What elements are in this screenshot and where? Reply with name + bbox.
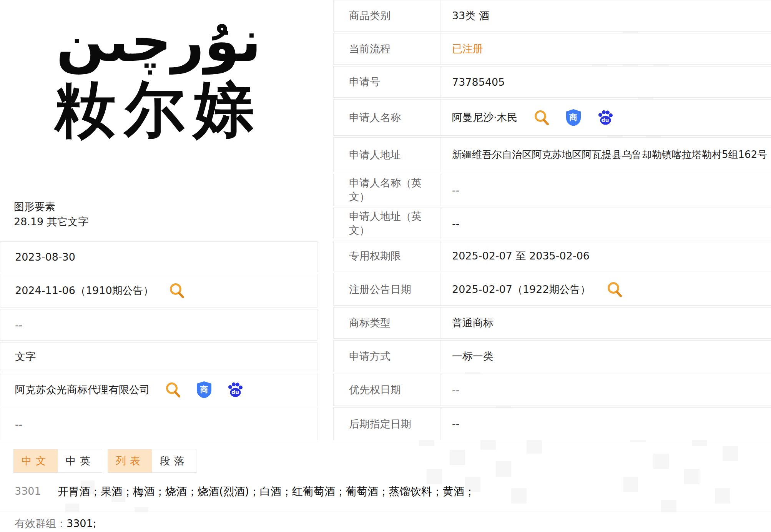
field-value: 2025-02-07 至 2035-02-06: [452, 249, 590, 263]
divider: [0, 509, 771, 509]
trademark-shield-icon[interactable]: 商: [196, 381, 212, 399]
left-info-row: 2023-08-30: [0, 241, 317, 272]
row-goods-class: 商品类别 33类 酒: [333, 0, 771, 32]
field-label: 商品类别: [334, 0, 440, 31]
trademark-chinese-text: 籹尔媇: [0, 76, 317, 143]
valid-groups-row: 有效群组： 3301;: [0, 512, 771, 532]
language-tab-group: 中文 中英: [13, 449, 102, 473]
field-label: 注册公告日期: [334, 273, 440, 305]
row-trademark-type: 商标类型 普通商标: [333, 307, 771, 339]
row-applicant-name: 申请人名称 阿曼尼沙·木民 商 du: [333, 99, 771, 136]
field-label: 优先权日期: [334, 374, 440, 406]
left-row-value: 2024-11-06（1910期公告）: [15, 284, 154, 298]
tab-chinese-english[interactable]: 中英: [58, 449, 102, 472]
row-priority-date: 优先权日期 --: [333, 374, 771, 406]
left-row-value: 文字: [15, 350, 36, 364]
left-info-row: 文字: [0, 342, 317, 371]
figure-elements-value: 28.19 其它文字: [14, 214, 88, 229]
goods-items-list: 开胃酒；果酒；梅酒；烧酒；烧酒(烈酒)；白酒；红葡萄酒；葡萄酒；蒸馏饮料；黄酒；: [58, 484, 749, 499]
status-badge: 已注册: [452, 42, 483, 56]
search-icon[interactable]: [168, 282, 185, 299]
field-value: 73785405: [452, 76, 505, 88]
left-row-value: 2023-08-30: [15, 251, 75, 263]
row-exclusive-right-period: 专用权期限 2025-02-07 至 2035-02-06: [333, 241, 771, 271]
display-tab-group: 列表 段落: [108, 449, 196, 473]
field-label: 申请人地址: [334, 138, 440, 172]
search-icon[interactable]: [533, 109, 550, 126]
field-label: 专用权期限: [334, 241, 440, 271]
field-value: --: [452, 218, 460, 229]
row-later-designation-date: 后期指定日期 --: [333, 407, 771, 440]
goods-group-code: 3301: [15, 485, 41, 497]
row-applicant-address: 申请人地址 新疆维吾尔自治区阿克苏地区阿瓦提县乌鲁却勒镇喀拉塔勒村5组162号: [333, 137, 771, 172]
row-registration-announcement-date: 注册公告日期 2025-02-07（1922期公告）: [333, 273, 771, 306]
tab-chinese[interactable]: 中文: [14, 449, 58, 472]
left-info-row: 阿克苏众光商标代理有限公司 商 du: [0, 373, 317, 406]
row-application-mode: 申请方式 一标一类: [333, 340, 771, 372]
field-value: --: [452, 184, 460, 196]
field-label: 申请人地址（英文）: [334, 208, 440, 239]
search-icon[interactable]: [165, 381, 181, 398]
figure-elements-title: 图形要素: [14, 199, 88, 214]
shield-glyph: 商: [565, 112, 582, 123]
field-label: 申请人名称（英文）: [334, 174, 440, 206]
field-value: --: [452, 418, 460, 430]
search-icon[interactable]: [606, 281, 623, 298]
left-info-row: --: [0, 408, 317, 440]
shield-glyph: 商: [196, 384, 212, 395]
row-current-status: 当前流程 已注册: [333, 33, 771, 65]
trademark-arabic-text: نۇرچىن: [0, 8, 317, 74]
left-row-value: 阿克苏众光商标代理有限公司: [15, 383, 150, 397]
left-row-value: --: [15, 418, 23, 430]
left-info-row: 2024-11-06（1910期公告）: [0, 274, 317, 308]
field-value: 一标一类: [452, 349, 494, 363]
left-row-value: --: [15, 319, 23, 331]
row-applicant-name-en: 申请人名称（英文） --: [333, 174, 771, 206]
row-applicant-address-en: 申请人地址（英文） --: [333, 208, 771, 239]
field-value: 2025-02-07（1922期公告）: [452, 283, 591, 296]
field-label: 后期指定日期: [334, 408, 440, 440]
valid-groups-label: 有效群组：: [15, 517, 66, 530]
field-label: 商标类型: [334, 308, 440, 338]
field-value: 33类 酒: [452, 9, 489, 23]
field-label: 申请号: [334, 66, 440, 97]
baidu-glyph: du: [597, 117, 614, 123]
field-label: 申请人名称: [334, 100, 440, 135]
field-label: 申请方式: [334, 341, 440, 372]
field-value: 阿曼尼沙·木民: [452, 111, 518, 125]
field-value: 普通商标: [452, 316, 494, 330]
baidu-glyph: du: [227, 389, 244, 395]
left-info-row: --: [0, 309, 317, 341]
trademark-image: نۇرچىن 籹尔媇: [0, 0, 317, 192]
figure-elements: 图形要素 28.19 其它文字: [14, 199, 88, 229]
field-label: 当前流程: [334, 33, 440, 64]
field-value: --: [452, 384, 460, 396]
field-value: 新疆维吾尔自治区阿克苏地区阿瓦提县乌鲁却勒镇喀拉塔勒村5组162号: [452, 148, 767, 161]
valid-groups-value: 3301;: [66, 517, 96, 529]
row-application-number: 申请号 73785405: [333, 66, 771, 98]
baidu-icon[interactable]: du: [597, 109, 614, 126]
baidu-icon[interactable]: du: [227, 381, 244, 398]
trademark-shield-icon[interactable]: 商: [565, 109, 582, 126]
tab-list-view[interactable]: 列表: [108, 449, 152, 472]
tab-paragraph-view[interactable]: 段落: [152, 449, 196, 472]
